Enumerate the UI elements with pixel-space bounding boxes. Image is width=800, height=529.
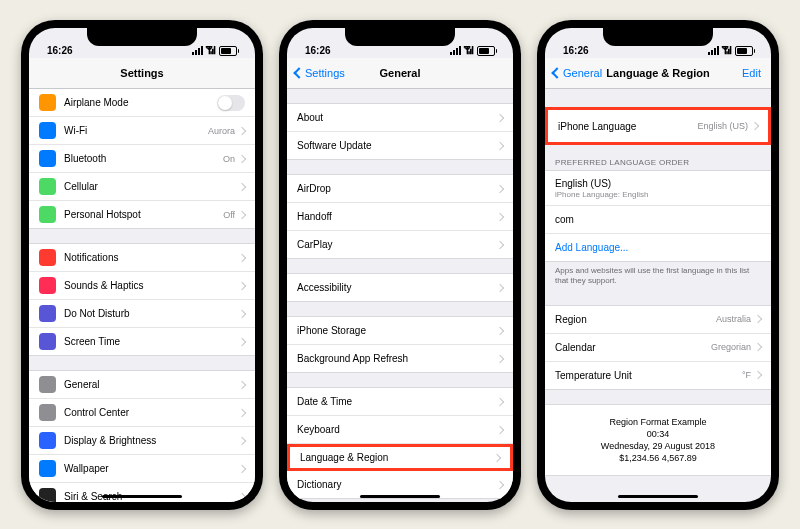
list-item[interactable]: Wi-FiAurora [29, 117, 255, 145]
edit-button[interactable]: Edit [742, 67, 761, 79]
cell-signal-icon [450, 46, 461, 55]
chevron-right-icon [493, 453, 501, 461]
wifi-icon: 📶︎ [722, 45, 732, 56]
chevron-right-icon [238, 281, 246, 289]
app-icon [39, 404, 56, 421]
list-item[interactable]: Screen Time [29, 328, 255, 355]
general-list[interactable]: AboutSoftware Update AirDropHandoffCarPl… [287, 89, 513, 502]
settings-list[interactable]: Airplane ModeWi-FiAuroraBluetoothOnCellu… [29, 89, 255, 502]
list-item[interactable]: CarPlay [287, 231, 513, 258]
list-item[interactable]: Accessibility [287, 274, 513, 301]
group: iPhone StorageBackground App Refresh [287, 316, 513, 373]
list-item[interactable]: Keyboard [287, 416, 513, 444]
label: Add Language... [555, 242, 761, 253]
wifi-icon: 📶︎ [464, 45, 474, 56]
list-item[interactable]: iPhone Storage [287, 317, 513, 345]
value: Gregorian [711, 342, 751, 352]
chevron-right-icon [496, 480, 504, 488]
label: iPhone Storage [297, 325, 497, 336]
value: °F [742, 370, 751, 380]
toggle[interactable] [217, 95, 245, 111]
label: Display & Brightness [64, 435, 239, 446]
chevron-right-icon [238, 337, 246, 345]
list-item[interactable]: About [287, 104, 513, 132]
label: Region [555, 314, 716, 325]
list-item[interactable]: Background App Refresh [287, 345, 513, 372]
list-item[interactable]: Language & Region [287, 444, 513, 471]
list-item[interactable]: Do Not Disturb [29, 300, 255, 328]
list-item[interactable]: Cellular [29, 173, 255, 201]
example-date: Wednesday, 29 August 2018 [555, 441, 761, 451]
chevron-left-icon [551, 67, 562, 78]
label: About [297, 112, 497, 123]
list-item[interactable]: Airplane Mode [29, 89, 255, 117]
app-icon [39, 122, 56, 139]
back-button[interactable]: General [553, 67, 602, 79]
group-general: GeneralControl CenterDisplay & Brightnes… [29, 370, 255, 502]
region-format-example: Region Format Example 00:34 Wednesday, 2… [545, 404, 771, 476]
label: Sounds & Haptics [64, 280, 239, 291]
chevron-right-icon [751, 122, 759, 130]
chevron-right-icon [754, 343, 762, 351]
list-item[interactable]: Dictionary [287, 471, 513, 498]
notch [345, 28, 455, 46]
label: Screen Time [64, 336, 239, 347]
list-item[interactable]: Wallpaper [29, 455, 255, 483]
list-item[interactable]: Control Center [29, 399, 255, 427]
phone-general: 16:26 📶︎ Settings General AboutSoftware … [279, 20, 521, 510]
page-title: General [380, 67, 421, 79]
nav-bar: Settings [29, 58, 255, 89]
chevron-right-icon [238, 253, 246, 261]
list-item[interactable]: Temperature Unit°F [545, 362, 771, 389]
list-item[interactable]: BluetoothOn [29, 145, 255, 173]
label: General [64, 379, 239, 390]
lang-region-list[interactable]: iPhone Language English (US) PREFERRED L… [545, 89, 771, 502]
chevron-right-icon [238, 380, 246, 388]
list-item[interactable]: Personal HotspotOff [29, 201, 255, 228]
label: Accessibility [297, 282, 497, 293]
notch [603, 28, 713, 46]
list-item[interactable]: CalendarGregorian [545, 334, 771, 362]
preferred-languages-group: English (US)iPhone Language: EnglishcomA… [545, 170, 771, 262]
label: Airplane Mode [64, 97, 217, 108]
cell-signal-icon [708, 46, 719, 55]
home-indicator[interactable] [102, 495, 182, 498]
home-indicator[interactable] [360, 495, 440, 498]
chevron-right-icon [496, 212, 504, 220]
label: Date & Time [297, 396, 497, 407]
list-item[interactable]: Siri & Search [29, 483, 255, 502]
example-time: 00:34 [555, 429, 761, 439]
iphone-language-row[interactable]: iPhone Language English (US) [548, 110, 768, 142]
list-item[interactable]: AirDrop [287, 175, 513, 203]
chevron-right-icon [496, 141, 504, 149]
back-button[interactable]: Settings [295, 67, 345, 79]
nav-bar: Settings General [287, 58, 513, 89]
cell-signal-icon [192, 46, 203, 55]
label: Control Center [64, 407, 239, 418]
app-icon [39, 178, 56, 195]
list-item[interactable]: Sounds & Haptics [29, 272, 255, 300]
label: Cellular [64, 181, 239, 192]
label: Wallpaper [64, 463, 239, 474]
chevron-right-icon [496, 397, 504, 405]
list-item[interactable]: Date & Time [287, 388, 513, 416]
chevron-right-icon [238, 464, 246, 472]
list-item[interactable]: Notifications [29, 244, 255, 272]
home-indicator[interactable] [618, 495, 698, 498]
app-icon [39, 249, 56, 266]
language-row[interactable]: English (US)iPhone Language: English [545, 171, 771, 206]
list-item[interactable]: Display & Brightness [29, 427, 255, 455]
chevron-right-icon [496, 240, 504, 248]
label: CarPlay [297, 239, 497, 250]
list-item[interactable]: RegionAustralia [545, 306, 771, 334]
value: Off [223, 210, 235, 220]
iphone-language-group: iPhone Language English (US) [545, 107, 771, 145]
chevron-right-icon [754, 315, 762, 323]
list-item[interactable]: Handoff [287, 203, 513, 231]
label: Personal Hotspot [64, 209, 223, 220]
list-item[interactable]: General [29, 371, 255, 399]
list-item[interactable]: Software Update [287, 132, 513, 159]
app-icon [39, 305, 56, 322]
add-language-button[interactable]: Add Language... [545, 234, 771, 261]
language-row[interactable]: com [545, 206, 771, 234]
